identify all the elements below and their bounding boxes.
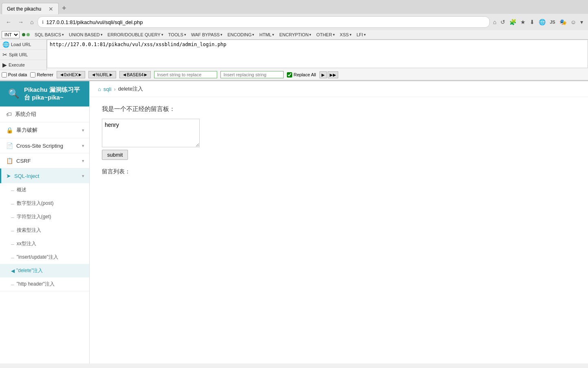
sidebar: 🔍 Pikachu 漏洞练习平台 pika~pika~ 🏷 系统介绍 🔒 暴力破…: [0, 81, 90, 364]
bookmark-btn[interactable]: ★: [519, 17, 527, 27]
menu-sql-basics[interactable]: SQL BASICS ▾: [32, 31, 66, 38]
sub-numeric-label: 数字型注入(post): [17, 200, 54, 207]
breadcrumb-sep: ›: [114, 86, 115, 92]
replace-all-checkbox[interactable]: [287, 72, 292, 78]
back-btn[interactable]: ←: [3, 17, 14, 27]
sidebar-sub-string-get[interactable]: – 字符型注入(get): [0, 210, 89, 224]
dot-light: [26, 33, 30, 36]
xss-label: Cross-Site Scripting: [16, 143, 63, 149]
forward-btn[interactable]: →: [15, 17, 26, 27]
sidebar-sub-overview[interactable]: – 概述: [0, 183, 89, 197]
execute-btn[interactable]: ▶ Execute: [0, 60, 46, 70]
new-tab-btn[interactable]: +: [59, 2, 70, 14]
content-area: 我是一个不正经的留言板： submit 留言列表：: [90, 97, 588, 184]
sidebar-section-intro: 🏷 系统介绍: [0, 106, 89, 122]
base64-btn[interactable]: ◀ BASE64 ▶: [119, 71, 151, 78]
0xhex-btn[interactable]: ◀ 0xHEX ▶: [57, 71, 85, 78]
sidebar-sub-xx[interactable]: – xx型注入: [0, 237, 89, 251]
menu-html[interactable]: HTML ▾: [257, 31, 277, 38]
submit-btn[interactable]: submit: [102, 150, 128, 160]
referrer-checkbox-label[interactable]: Referrer: [30, 72, 53, 78]
dash-icon-0: –: [11, 187, 14, 193]
url-input[interactable]: [46, 19, 485, 25]
tag-icon: 🏷: [6, 111, 12, 117]
tools-arrow: ▾: [184, 33, 186, 37]
split-url-icon: ✂: [2, 51, 7, 58]
sidebar-item-xss[interactable]: 📄 Cross-Site Scripting ▾: [0, 138, 89, 153]
sidebar-sub-http-header[interactable]: – "http header"注入: [0, 277, 89, 291]
menu-other[interactable]: OTHER ▾: [314, 31, 337, 38]
menu-error-double[interactable]: ERROR/DOUBLE QUERY ▾: [105, 31, 166, 38]
hackbar-url-input[interactable]: [47, 40, 588, 68]
menu-tools[interactable]: TOOLS ▾: [166, 31, 189, 38]
refresh-btn[interactable]: ↺: [499, 17, 507, 27]
menu-lfi[interactable]: LFI ▾: [354, 31, 368, 38]
address-bar[interactable]: ℹ: [37, 16, 489, 28]
insert-string-input[interactable]: [154, 71, 217, 78]
execute-icon: ▶: [2, 62, 7, 68]
green-dots: [20, 33, 32, 36]
insert-replacing-input[interactable]: [220, 71, 284, 78]
sidebar-section-sqli: ➤ SQL-Inject ▾ – 概述 – 数字型注入(post) – 字符型注…: [0, 168, 89, 291]
sidebar-item-brute[interactable]: 🔒 暴力破解 ▾: [0, 122, 89, 138]
sidebar-sub-search[interactable]: – 搜索型注入: [0, 224, 89, 237]
menu-encryption[interactable]: ENCRYPTION ▾: [277, 31, 314, 38]
sidebar-sub-delete[interactable]: ◀ "delete"注入: [0, 264, 89, 277]
sub-search-label: 搜索型注入: [17, 227, 41, 234]
hackbar-url-section: 🌐 Load URL ✂ Split URL ▶ Execute: [0, 40, 588, 70]
smiley-btn[interactable]: ☺: [569, 17, 578, 27]
sqli-label: SQL-Inject: [14, 173, 39, 179]
menu-xss[interactable]: XSS ▾: [337, 31, 354, 38]
tab-bar: Get the pikachu ✕ +: [0, 0, 588, 14]
breadcrumb: ⌂ sqli › delete注入: [90, 81, 588, 97]
waf-bypass-arrow: ▾: [220, 33, 222, 37]
active-arrow-icon: ◀: [11, 268, 15, 274]
extension-btn[interactable]: 🧩: [508, 17, 518, 27]
intro-label: 系统介绍: [15, 111, 36, 118]
sidebar-section-csrf: 📋 CSRF ▾: [0, 153, 89, 168]
tab-title: Get the pikachu: [7, 6, 45, 12]
sidebar-item-csrf[interactable]: 📋 CSRF ▾: [0, 153, 89, 168]
sidebar-item-sqli[interactable]: ➤ SQL-Inject ▾: [0, 168, 89, 183]
message-textarea[interactable]: [102, 119, 200, 147]
side-arrow-right[interactable]: ▶▶: [328, 71, 338, 78]
side-arrow-left[interactable]: ▶: [319, 71, 327, 78]
referrer-checkbox[interactable]: [30, 72, 35, 78]
encryption-arrow: ▾: [309, 33, 311, 37]
dash-icon-4: –: [11, 241, 14, 247]
sql-basics-arrow: ▾: [62, 33, 64, 37]
sidebar-sub-numeric-post[interactable]: – 数字型注入(post): [0, 197, 89, 210]
js-btn[interactable]: JS: [548, 18, 557, 26]
tab-close-btn[interactable]: ✕: [48, 6, 53, 12]
browser-tab[interactable]: Get the pikachu ✕: [2, 3, 59, 14]
load-url-btn[interactable]: 🌐 Load URL: [0, 40, 46, 50]
sidebar-item-intro[interactable]: 🏷 系统介绍: [0, 106, 89, 122]
sub-http-header-label: "http header"注入: [17, 281, 55, 288]
breadcrumb-current: delete注入: [118, 85, 143, 93]
home-icon-btn[interactable]: ⌂: [491, 17, 498, 27]
tools-btn[interactable]: 🌐: [537, 17, 547, 27]
form-label: 我是一个不正经的留言板：: [102, 105, 576, 113]
breadcrumb-sqli-link[interactable]: sqli: [104, 86, 112, 92]
menu-encoding[interactable]: ENCODING ▾: [225, 31, 257, 38]
menu-waf-bypass[interactable]: WAF BYPASS ▾: [189, 31, 225, 38]
post-data-checkbox-label[interactable]: Post data: [2, 72, 27, 78]
puzzle-btn[interactable]: 🎭: [558, 17, 568, 27]
home-btn[interactable]: ⌂: [28, 17, 36, 27]
hackbar-left-tools: 🌐 Load URL ✂ Split URL ▶ Execute: [0, 40, 47, 70]
comments-label: 留言列表：: [102, 168, 576, 175]
main-content: ⌂ sqli › delete注入 我是一个不正经的留言板： submit 留言…: [90, 81, 588, 364]
split-url-btn[interactable]: ✂ Split URL: [0, 50, 46, 60]
hackbar: INT SQL BASICS ▾ UNION BASED ▾ ERROR/DOU…: [0, 30, 588, 81]
sub-overview-label: 概述: [17, 186, 26, 193]
replace-all-label[interactable]: Replace All: [287, 72, 316, 78]
menu-union-based[interactable]: UNION BASED ▾: [66, 31, 105, 38]
menu-btn[interactable]: ▾: [579, 17, 585, 27]
save-btn[interactable]: ⬇: [528, 17, 536, 27]
pct-url-btn[interactable]: ◀ %URL ▶: [88, 71, 116, 78]
post-data-checkbox[interactable]: [2, 72, 7, 78]
sidebar-sub-insert-update[interactable]: – "insert/update"注入: [0, 251, 89, 264]
encoding-arrow: ▾: [252, 33, 254, 37]
int-select[interactable]: INT: [2, 31, 20, 38]
dash-icon-1: –: [11, 200, 14, 207]
